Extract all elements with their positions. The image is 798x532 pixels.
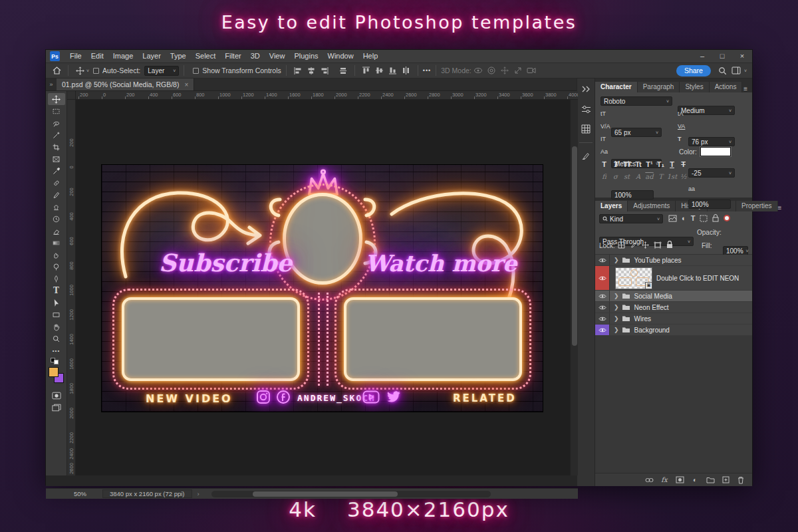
swatches-dock-icon[interactable]: [579, 122, 593, 136]
panel-menu-icon[interactable]: ≡: [743, 85, 748, 92]
new-group-icon[interactable]: [706, 475, 715, 485]
visibility-eye-icon[interactable]: [595, 302, 610, 313]
menu-edit[interactable]: Edit: [86, 50, 108, 63]
search-icon[interactable]: [716, 65, 730, 76]
properties-dock-icon[interactable]: [579, 102, 593, 116]
ordinals-button[interactable]: 1st: [666, 172, 678, 181]
screen-mode-icon[interactable]: [48, 402, 65, 414]
healing-brush-tool[interactable]: [48, 177, 65, 189]
distribute-h-icon[interactable]: [336, 65, 350, 76]
lock-all-icon[interactable]: [666, 241, 673, 249]
filter-toggle-icon[interactable]: [724, 215, 730, 221]
tracking-select[interactable]: -25˅: [688, 168, 735, 178]
dodge-tool[interactable]: [48, 261, 65, 273]
document-tab[interactable]: 01.psd @ 50% (Social Media, RGB/8) ×: [57, 78, 194, 90]
visibility-eye-icon[interactable]: [595, 255, 610, 265]
opacity-field[interactable]: 100%˅: [723, 246, 748, 255]
group-chevron-icon[interactable]: ❯: [614, 315, 619, 322]
show-transform-checkbox[interactable]: [193, 68, 199, 74]
more-options-button[interactable]: •••: [423, 67, 431, 74]
layer-row-background[interactable]: ❯ Background: [595, 325, 752, 336]
layer-row-wires[interactable]: ❯ Wires: [595, 313, 752, 325]
layers-panel-menu-icon[interactable]: ≡: [778, 204, 783, 211]
small-caps-button[interactable]: Tt: [632, 160, 644, 169]
tab-styles[interactable]: Styles: [680, 82, 709, 92]
move-tool-caret[interactable]: ˅: [86, 68, 89, 73]
zoom-level-field[interactable]: 50%: [74, 490, 86, 497]
layer-filter-select[interactable]: Kind˅: [599, 214, 663, 223]
group-chevron-icon[interactable]: ❯: [614, 327, 619, 333]
link-layers-icon[interactable]: [644, 475, 654, 485]
type-tool[interactable]: T: [48, 285, 65, 297]
visibility-eye-icon[interactable]: [595, 291, 610, 301]
distribute-v-icon[interactable]: [400, 65, 413, 76]
layer-styles-icon[interactable]: fx: [660, 475, 669, 485]
text-color-swatch[interactable]: [700, 147, 731, 156]
minimize-button[interactable]: –: [692, 50, 712, 63]
titling-alternates-button[interactable]: T: [655, 172, 666, 181]
align-center-h-icon[interactable]: [305, 65, 318, 76]
faux-bold-button[interactable]: T: [598, 160, 610, 169]
menu-view[interactable]: View: [265, 50, 290, 63]
horizontal-scrollbar-thumb[interactable]: [253, 491, 398, 497]
foreground-color-swatch[interactable]: [49, 367, 59, 377]
align-middle-icon[interactable]: [373, 65, 386, 76]
tab-collapse-icon[interactable]: »: [46, 78, 57, 90]
new-layer-icon[interactable]: [721, 475, 730, 485]
tab-character[interactable]: Character: [595, 82, 638, 92]
menu-help[interactable]: Help: [358, 50, 383, 63]
filter-smart-object-icon[interactable]: [712, 214, 719, 222]
workspace-icon[interactable]: [730, 65, 743, 76]
menu-file[interactable]: File: [65, 50, 86, 63]
lasso-tool[interactable]: [48, 117, 65, 129]
close-button[interactable]: ×: [732, 50, 752, 63]
lock-pixels-icon[interactable]: [630, 241, 637, 249]
lock-artboard-icon[interactable]: [654, 241, 662, 249]
status-chevron-icon[interactable]: ›: [198, 490, 200, 497]
document-tab-close-icon[interactable]: ×: [184, 81, 188, 88]
vertical-scrollbar-thumb[interactable]: [572, 146, 577, 346]
pen-tool[interactable]: [48, 273, 65, 285]
frame-tool[interactable]: [48, 153, 65, 165]
share-button[interactable]: Share: [676, 65, 711, 76]
menu-plugins[interactable]: Plugins: [289, 50, 323, 63]
menu-layer[interactable]: Layer: [138, 50, 166, 63]
stylistic-alternates-button[interactable]: ad: [644, 172, 655, 181]
subscript-button[interactable]: T₁: [655, 160, 666, 169]
default-colors-icon[interactable]: [51, 358, 63, 364]
font-size-select[interactable]: 65 px˅: [611, 128, 662, 137]
hand-tool[interactable]: [48, 321, 65, 332]
discretionary-ligatures-button[interactable]: st: [621, 172, 632, 181]
adjustment-layer-icon[interactable]: ◐: [690, 475, 700, 485]
menu-filter[interactable]: Filter: [220, 50, 245, 63]
brush-tool[interactable]: [48, 189, 65, 201]
auto-select-target-select[interactable]: Layer˅: [144, 66, 179, 76]
layer-row-neon-effect[interactable]: ❯ Neon Effect: [595, 302, 752, 313]
shape-tool[interactable]: [48, 309, 65, 321]
magic-wand-tool[interactable]: [48, 129, 65, 141]
fractions-button[interactable]: ½: [678, 172, 689, 181]
vertical-scrollbar[interactable]: [570, 100, 578, 475]
tab-actions[interactable]: Actions: [710, 82, 743, 92]
menu-select[interactable]: Select: [191, 50, 221, 63]
layer-row-social-media[interactable]: ❯ Social Media: [595, 291, 752, 302]
path-select-tool[interactable]: [48, 297, 65, 309]
smudge-tool[interactable]: [48, 249, 65, 261]
faux-italic-button[interactable]: T: [610, 160, 621, 169]
lock-position-icon[interactable]: [642, 241, 649, 249]
group-chevron-icon[interactable]: ❯: [614, 304, 619, 311]
filter-shape-icon[interactable]: [700, 215, 708, 222]
group-chevron-icon[interactable]: ❯: [614, 257, 619, 263]
eraser-tool[interactable]: [48, 225, 65, 237]
contextual-alternates-button[interactable]: σ: [610, 172, 621, 181]
quick-mask-icon[interactable]: [48, 390, 65, 402]
visibility-eye-icon[interactable]: [595, 313, 610, 324]
strikethrough-button[interactable]: T: [678, 160, 689, 169]
leading-select[interactable]: 76 px˅: [688, 137, 735, 146]
filter-type-icon[interactable]: T: [691, 214, 696, 222]
tab-layers[interactable]: Layers: [595, 201, 628, 211]
auto-select-checkbox[interactable]: [93, 68, 99, 74]
brush-settings-dock-icon[interactable]: [579, 150, 593, 163]
align-right-icon[interactable]: [318, 65, 331, 76]
layer-row-edit-neon[interactable]: ~~ ▣ Double Click to EDIT NEON: [595, 266, 752, 291]
